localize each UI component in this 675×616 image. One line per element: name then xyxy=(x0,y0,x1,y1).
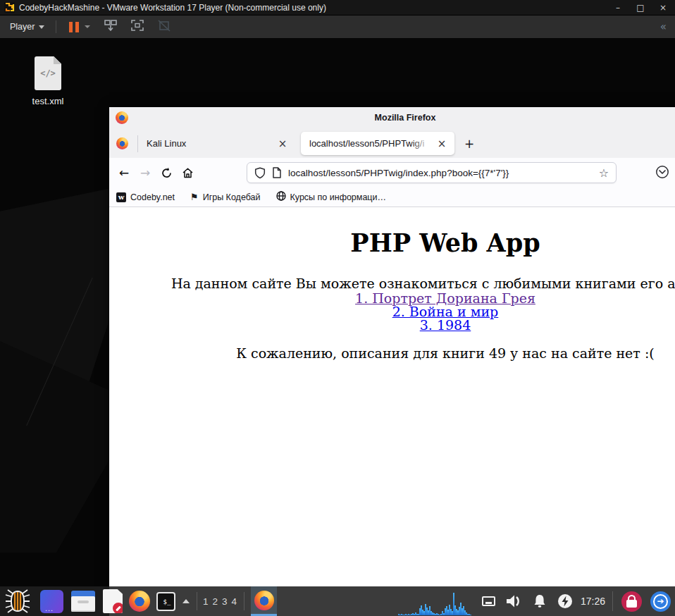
toolbar-divider xyxy=(56,20,56,33)
kali-menu-button[interactable] xyxy=(4,589,31,614)
app-finder-button[interactable]: ... xyxy=(40,590,63,613)
tab-close-icon[interactable]: × xyxy=(436,137,447,150)
tab-close-icon[interactable]: × xyxy=(277,137,288,150)
workspace-1[interactable]: 1 xyxy=(203,596,209,607)
bookmark-codeby[interactable]: w Codeby.net xyxy=(116,192,175,202)
flag-icon: ⚑ xyxy=(190,192,199,202)
workspace-pager[interactable]: 1 2 3 4 xyxy=(203,596,237,607)
chevron-up-icon[interactable] xyxy=(182,599,190,603)
workspace-4[interactable]: 4 xyxy=(232,596,237,607)
firefox-window-taskbar-button[interactable] xyxy=(251,586,277,616)
firefox-window: Mozilla Firefox Kali Linux × localhost/l… xyxy=(109,107,675,616)
unity-mode-button xyxy=(157,19,171,35)
shield-icon[interactable] xyxy=(254,167,266,179)
screen: CodebyHackMashine - VMware Workstation 1… xyxy=(0,0,675,616)
send-ctrl-alt-del-button[interactable] xyxy=(104,19,118,35)
vmware-window-title: CodebyHackMashine - VMware Workstation 1… xyxy=(19,3,326,13)
new-tab-button[interactable]: + xyxy=(464,137,474,151)
taskbar-divider xyxy=(612,591,613,611)
pocket-icon[interactable] xyxy=(655,165,669,182)
caret-down-icon xyxy=(39,25,44,29)
workspace-2[interactable]: 2 xyxy=(213,596,218,607)
notification-bell-icon[interactable] xyxy=(532,593,547,609)
page-error-message: К сожалению, описания для книги 49 у нас… xyxy=(109,345,675,361)
pencil-badge-icon xyxy=(113,603,124,614)
player-menu-button[interactable]: Player xyxy=(6,20,49,34)
system-tray: 17:26 ➔ xyxy=(473,591,671,612)
cpu-graph[interactable] xyxy=(398,587,473,615)
taskbar-divider xyxy=(197,592,197,610)
tab-kali-linux[interactable]: Kali Linux × xyxy=(138,132,295,155)
firefox-window-title: Mozilla Firefox xyxy=(375,113,436,123)
firefox-tabbar: Kali Linux × localhost/lesson5/PHPTwig/i… xyxy=(109,129,675,158)
kali-desktop: </> test.xml Mozilla Firefox Kali Linux … xyxy=(0,38,675,616)
vmware-player-icon xyxy=(4,2,15,13)
firefox-logo-icon xyxy=(116,111,128,124)
kali-taskbar: ... $_ 1 2 3 4 xyxy=(0,586,675,616)
file-manager-button[interactable] xyxy=(71,591,95,612)
page-intro-text: На данном сайте Вы можете ознакомиться с… xyxy=(109,276,675,291)
home-button[interactable] xyxy=(177,167,198,179)
firefox-logo-icon xyxy=(254,591,274,610)
firefox-header[interactable]: Mozilla Firefox xyxy=(109,107,675,129)
url-bar[interactable]: localhost/lesson5/PHPTwig/index.php?book… xyxy=(247,162,617,183)
tab-label: localhost/lesson5/PHPTwig/i xyxy=(309,138,424,149)
suspend-options-caret-icon[interactable] xyxy=(85,25,90,28)
page-content: PHP Web App На данном сайте Вы можете оз… xyxy=(109,207,675,616)
book-link-2[interactable]: 2. Война и мир xyxy=(109,305,675,319)
firefox-launcher-button[interactable] xyxy=(129,591,150,612)
screen-lock-icon[interactable] xyxy=(621,591,642,612)
forward-button: → xyxy=(135,166,156,180)
firefox-navbar: ← → xyxy=(109,158,675,187)
back-button[interactable]: ← xyxy=(113,166,135,180)
fullscreen-button[interactable] xyxy=(130,19,144,35)
collapse-toolbar-button[interactable]: « xyxy=(660,20,669,33)
codeby-icon: w xyxy=(116,192,126,202)
minimize-button[interactable]: – xyxy=(610,3,626,13)
text-editor-button[interactable] xyxy=(103,589,123,613)
terminal-launcher-button[interactable]: $_ xyxy=(156,592,175,611)
book-link-3[interactable]: 3. 1984 xyxy=(109,319,675,332)
globe-icon xyxy=(276,191,286,203)
power-manager-icon[interactable] xyxy=(557,593,574,610)
vmware-titlebar: CodebyHackMashine - VMware Workstation 1… xyxy=(0,0,675,16)
workspace-3[interactable]: 3 xyxy=(222,596,228,607)
bookmarks-bar: w Codeby.net ⚑ Игры Кодебай Кур xyxy=(109,187,675,207)
tab-localhost-active[interactable]: localhost/lesson5/PHPTwig/i × xyxy=(301,132,454,155)
page-title: PHP Web App xyxy=(109,228,675,257)
display-icon[interactable] xyxy=(482,596,495,606)
suspend-vm-button[interactable] xyxy=(69,22,79,32)
desktop-file-label: test.xml xyxy=(23,96,73,106)
url-input[interactable]: localhost/lesson5/PHPTwig/index.php?book… xyxy=(288,168,599,178)
volume-icon[interactable] xyxy=(504,593,523,609)
desktop-file-testxml[interactable]: </> test.xml xyxy=(23,56,73,106)
clock[interactable]: 17:26 xyxy=(581,596,605,607)
update-manager-icon[interactable]: ➔ xyxy=(650,591,671,612)
page-info-icon[interactable] xyxy=(272,167,282,178)
bookmark-games[interactable]: ⚑ Игры Кодебай xyxy=(190,192,260,202)
firefox-logo-icon xyxy=(116,137,128,149)
tab-label: Kali Linux xyxy=(147,138,271,149)
xml-file-icon: </> xyxy=(35,56,61,90)
maximize-button[interactable]: □ xyxy=(633,3,648,13)
bookmark-courses[interactable]: Курсы по информаци… xyxy=(276,191,387,203)
vmware-toolbar: Player « xyxy=(0,16,675,38)
close-button[interactable]: × xyxy=(655,3,671,13)
bookmark-star-icon[interactable]: ☆ xyxy=(599,166,609,180)
reload-button[interactable] xyxy=(156,167,177,179)
taskbar-divider xyxy=(244,592,244,610)
